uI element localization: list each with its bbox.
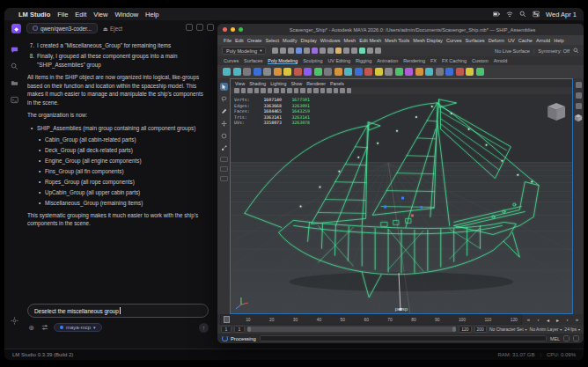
maya-menu-item[interactable]: Help: [554, 38, 564, 43]
shelf-icon[interactable]: [334, 88, 339, 93]
shelf-icon[interactable]: [288, 48, 294, 54]
move-tool-icon[interactable]: [220, 120, 228, 128]
maya-menu-item[interactable]: Display: [300, 38, 316, 43]
shelf-icon[interactable]: [367, 48, 373, 54]
zoom-window-button[interactable]: [239, 27, 243, 32]
scale-tool-icon[interactable]: [220, 144, 228, 152]
shelf-icon[interactable]: [223, 68, 231, 76]
maya-menu-item[interactable]: Edit: [235, 38, 244, 43]
shelf-icon[interactable]: [307, 88, 312, 93]
maya-menu-item[interactable]: Curves: [446, 38, 462, 43]
new-chat-icon[interactable]: [186, 24, 193, 31]
panel-menu-item[interactable]: Shading: [249, 81, 266, 86]
search-icon[interactable]: [573, 48, 579, 54]
wifi-icon[interactable]: [506, 11, 513, 18]
menubar-item[interactable]: File: [57, 11, 68, 18]
shelf-icon[interactable]: [466, 68, 474, 76]
shelf-icon[interactable]: [234, 88, 239, 93]
maya-menu-item[interactable]: Mesh: [344, 38, 356, 43]
maya-menu-item[interactable]: Edit Mesh: [359, 38, 381, 43]
my-models-folder-icon[interactable]: [10, 78, 18, 87]
shelf-icon[interactable]: [287, 88, 292, 93]
shelf-icon[interactable]: [320, 88, 326, 93]
menu-set-dropdown[interactable]: Poly Modeling ▾: [222, 47, 266, 55]
close-window-button[interactable]: [223, 27, 227, 32]
discover-search-icon[interactable]: [10, 62, 18, 70]
attribute-editor-icon[interactable]: [576, 92, 582, 99]
shelf-icon[interactable]: [274, 68, 282, 76]
shelf-icon[interactable]: [364, 68, 372, 76]
shelf-icon[interactable]: [312, 48, 318, 54]
shelf-icon[interactable]: [247, 88, 253, 93]
shelf-icon[interactable]: [405, 68, 413, 76]
shelf-tab[interactable]: Rigging: [356, 58, 371, 63]
lasso-tool-icon[interactable]: [220, 95, 228, 103]
menubar-clock[interactable]: Wed Apr 1: [546, 11, 577, 18]
shelf-icon[interactable]: [327, 88, 332, 93]
battery-icon[interactable]: [493, 11, 500, 18]
panel-menu-item[interactable]: Lighting: [270, 81, 286, 86]
sliders-icon[interactable]: [40, 324, 48, 332]
panel-menu-item[interactable]: Show: [290, 81, 302, 86]
shelf-icon[interactable]: [304, 48, 310, 54]
shelf-tab[interactable]: Curves: [224, 58, 239, 63]
attach-plus-icon[interactable]: ⊕: [27, 324, 35, 332]
shelf-icon[interactable]: [300, 88, 305, 93]
shelf-icon[interactable]: [241, 88, 246, 93]
layout-split-pane-button[interactable]: [220, 176, 228, 181]
fps-menu[interactable]: 24 fps▾: [564, 327, 580, 332]
shelf-icon[interactable]: [261, 88, 266, 93]
mcp-server-pill[interactable]: maya-mcp ▾: [54, 323, 102, 332]
shelf-icon[interactable]: [375, 48, 381, 54]
control-center-icon[interactable]: [533, 11, 540, 18]
layout-icon[interactable]: [207, 24, 214, 31]
paint-select-tool-icon[interactable]: [220, 107, 228, 115]
layout-single-pane-button[interactable]: [220, 157, 228, 162]
go-to-start-button[interactable]: «: [525, 317, 533, 322]
shelf-icon[interactable]: [355, 68, 363, 76]
step-back-button[interactable]: ‹: [534, 317, 542, 322]
panel-menu-item[interactable]: Panels: [330, 81, 344, 86]
shelf-tab[interactable]: Rendering: [403, 58, 425, 63]
maya-menu-item[interactable]: Deform: [489, 38, 504, 43]
shelf-icon[interactable]: [313, 88, 319, 93]
go-to-end-button[interactable]: »: [573, 317, 581, 322]
shelf-icon[interactable]: [436, 68, 444, 76]
search-icon[interactable]: [519, 11, 526, 18]
current-frame-marker[interactable]: [224, 316, 230, 323]
maya-menu-item[interactable]: UV: [508, 38, 515, 43]
shelf-icon[interactable]: [243, 68, 251, 76]
active-app-name[interactable]: LM Studio: [18, 11, 50, 18]
select-tool-icon[interactable]: [220, 83, 228, 91]
play-backwards-button[interactable]: ◂: [544, 317, 552, 323]
settings-gear-icon[interactable]: [10, 316, 18, 325]
shelf-tab[interactable]: Sculpting: [303, 58, 322, 63]
panel-menu-item[interactable]: View: [235, 81, 245, 86]
model-tab[interactable]: qwen/qwen3-coder...: [26, 23, 98, 33]
shelf-icon[interactable]: [351, 48, 357, 54]
shelf-icon[interactable]: [274, 88, 279, 93]
lmstudio-logo-icon[interactable]: ◆: [11, 24, 21, 33]
shelf-icon[interactable]: [425, 68, 433, 76]
shelf-icon[interactable]: [415, 68, 423, 76]
shelf-icon[interactable]: [456, 68, 464, 76]
developer-terminal-icon[interactable]: [10, 95, 18, 104]
shelf-icon[interactable]: [294, 88, 299, 93]
shelf-icon[interactable]: [385, 68, 393, 76]
command-line-input[interactable]: [260, 335, 547, 341]
maya-menu-item[interactable]: Windows: [320, 38, 341, 43]
shelf-icon[interactable]: [324, 68, 332, 76]
shelf-tab[interactable]: Custom: [472, 58, 489, 63]
shelf-tab[interactable]: FX Caching: [442, 58, 467, 63]
time-slider-ticks[interactable]: 1102030405060708090100110120: [220, 314, 522, 325]
playback-end-field[interactable]: 120: [459, 326, 471, 333]
shelf-icon[interactable]: [476, 68, 484, 76]
shelf-icon[interactable]: [359, 48, 365, 54]
anim-start-field[interactable]: 1: [221, 326, 232, 333]
menubar-item[interactable]: View: [93, 11, 107, 18]
anim-end-field[interactable]: 200: [474, 326, 487, 333]
maya-menu-item[interactable]: Cache: [518, 38, 533, 43]
step-forward-button[interactable]: ›: [563, 317, 571, 322]
shelf-icon[interactable]: [340, 88, 345, 93]
minimize-window-button[interactable]: [231, 27, 235, 32]
